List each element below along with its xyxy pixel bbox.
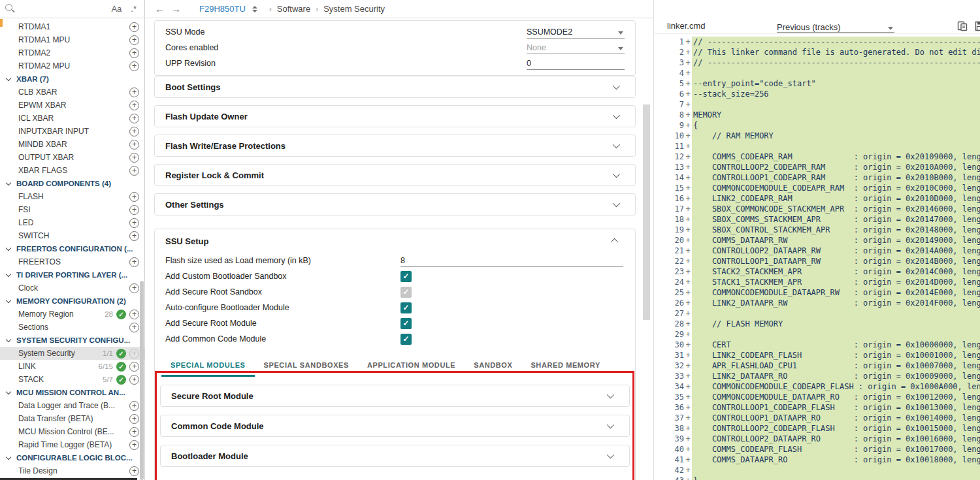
section-card[interactable]: Flash Write/Erase Protections: [154, 135, 636, 157]
add-instance-icon[interactable]: +: [129, 153, 139, 163]
breadcrumb-section[interactable]: Software: [277, 4, 310, 14]
add-instance-icon[interactable]: +: [129, 414, 139, 424]
config-scrollbar[interactable]: [643, 104, 650, 320]
tree-item[interactable]: Data Transfer (BETA)+: [0, 412, 144, 425]
regex-toggle[interactable]: .*: [131, 4, 137, 14]
tree-item[interactable]: LED+: [0, 216, 144, 229]
add-instance-icon[interactable]: +: [129, 218, 139, 228]
add-instance-icon[interactable]: +: [129, 440, 139, 450]
field-input[interactable]: 0: [527, 57, 625, 70]
add-instance-icon[interactable]: +: [129, 192, 139, 202]
tree-item[interactable]: FLASH+: [0, 190, 144, 203]
tree-item[interactable]: Tile Design+: [0, 464, 144, 477]
diff-mode-select[interactable]: Previous (tracks): [777, 20, 894, 33]
tree-item[interactable]: Rapid Time Logger (BETA)+: [0, 438, 144, 451]
add-instance-icon[interactable]: +: [129, 35, 139, 45]
tree-group[interactable]: CONFIGURABLE LOGIC BLOC...: [0, 451, 144, 464]
linker-file-content[interactable]: 1+// -----------------------------------…: [654, 37, 980, 480]
chevron-down-icon[interactable]: [613, 82, 620, 89]
tab-application-module[interactable]: APPLICATION MODULE: [358, 356, 465, 377]
tree-item[interactable]: RTDMA2+: [0, 46, 144, 59]
device-selector[interactable]: F29H850TU: [199, 4, 246, 14]
field-input[interactable]: 8: [400, 255, 623, 267]
tree-item[interactable]: Data Logger and Trace (B...+: [0, 399, 144, 412]
add-instance-icon[interactable]: +: [129, 257, 139, 267]
add-instance-icon[interactable]: +: [129, 166, 139, 176]
tree-group[interactable]: MCU MISSION CONTROL AN...: [0, 386, 144, 399]
tree-item[interactable]: RTDMA1+: [0, 20, 144, 33]
device-switch-icon[interactable]: [252, 6, 257, 12]
add-instance-icon[interactable]: +: [129, 310, 139, 319]
module-section-card[interactable]: Bootloader Module: [160, 445, 630, 467]
add-instance-icon[interactable]: +: [129, 61, 139, 71]
add-instance-icon[interactable]: +: [129, 362, 139, 372]
tree-item[interactable]: LINK6/15✓+: [0, 360, 144, 373]
tab-sandbox[interactable]: SANDBOX: [465, 356, 521, 377]
tree-item[interactable]: ICL XBAR+: [0, 112, 144, 125]
add-instance-icon[interactable]: +: [129, 140, 139, 150]
tree-item[interactable]: System Security1/1✓+: [0, 347, 144, 360]
tree-item[interactable]: MINDB XBAR+: [0, 138, 144, 151]
add-instance-icon[interactable]: +: [129, 401, 139, 411]
tree-item[interactable]: OUTPUT XBAR+: [0, 151, 144, 164]
tree-item[interactable]: STACK5/7✓+: [0, 373, 144, 386]
add-instance-icon[interactable]: +: [129, 101, 139, 110]
add-instance-icon[interactable]: +: [129, 283, 139, 293]
save-icon[interactable]: [975, 21, 980, 31]
tree-item[interactable]: SWITCH+: [0, 229, 144, 242]
tree-group[interactable]: TI DRIVER PORTING LAYER (...: [0, 268, 144, 281]
chevron-up-icon[interactable]: [611, 238, 618, 246]
tree-item[interactable]: EPWM XBAR+: [0, 99, 144, 112]
tree-item[interactable]: Sections+: [0, 321, 144, 334]
section-card[interactable]: Boot Settings: [154, 76, 636, 98]
tree-group[interactable]: BOARD COMPONENTS (4): [0, 177, 144, 190]
tree-item[interactable]: Clock+: [0, 281, 144, 295]
chevron-down-icon[interactable]: [613, 200, 620, 207]
add-instance-icon[interactable]: +: [129, 427, 139, 437]
add-instance-icon[interactable]: +: [129, 127, 139, 136]
chevron-down-icon[interactable]: [613, 112, 620, 119]
tab-special-sandboxes[interactable]: SPECIAL SANDBOXES: [255, 356, 358, 377]
module-section-card[interactable]: Common Code Module: [160, 415, 630, 437]
field-select[interactable]: None: [527, 42, 625, 54]
add-instance-icon[interactable]: +: [129, 375, 139, 385]
add-instance-icon[interactable]: +: [129, 114, 139, 123]
tree-group[interactable]: FREERTOS CONFIGURATION (...: [0, 242, 144, 255]
tree-group[interactable]: MEMORY CONFIGURATION (2): [0, 295, 144, 308]
search-icon[interactable]: [5, 4, 15, 14]
tab-shared-memory[interactable]: SHARED MEMORY: [521, 356, 609, 377]
add-instance-icon[interactable]: +: [129, 22, 139, 32]
chevron-down-icon[interactable]: [613, 141, 620, 148]
section-card[interactable]: Register Lock & Commit: [154, 164, 636, 186]
checkbox[interactable]: ✓: [400, 271, 412, 282]
checkbox[interactable]: ✓: [400, 302, 412, 313]
file-compare-icon[interactable]: [957, 21, 968, 31]
checkbox[interactable]: ✓: [400, 318, 412, 329]
tree-group[interactable]: XBAR (7): [0, 72, 144, 86]
tree-item[interactable]: RTDMA2 MPU+: [0, 59, 144, 72]
chevron-down-icon[interactable]: [607, 391, 614, 398]
add-instance-icon[interactable]: +: [129, 88, 139, 97]
tree-item[interactable]: CLB XBAR+: [0, 86, 144, 99]
module-section-card[interactable]: Secure Root Module: [160, 385, 630, 407]
tree-item[interactable]: FSI+: [0, 203, 144, 216]
checkbox[interactable]: ✓: [400, 334, 412, 345]
field-select[interactable]: SSUMODE2: [527, 26, 625, 39]
tab-special-modules[interactable]: SPECIAL MODULES: [161, 356, 255, 377]
ssu-setup-header[interactable]: SSU Setup: [155, 229, 635, 253]
tree-item[interactable]: XBAR FLAGS+: [0, 164, 144, 177]
section-card[interactable]: Flash Update Owner: [154, 105, 636, 127]
chevron-down-icon[interactable]: [607, 451, 614, 458]
chevron-down-icon[interactable]: [607, 421, 614, 428]
tree-item[interactable]: MCU Mission Control (BE...+: [0, 425, 144, 438]
tree-item[interactable]: FREERTOS+: [0, 255, 144, 268]
add-instance-icon[interactable]: +: [129, 323, 139, 332]
add-instance-icon[interactable]: +: [129, 231, 139, 241]
tree-item[interactable]: Memory Region28✓+: [0, 308, 144, 321]
sidebar-scrollbar[interactable]: [140, 281, 144, 480]
back-icon[interactable]: ←: [155, 3, 165, 14]
add-instance-icon[interactable]: +: [129, 205, 139, 215]
match-case-toggle[interactable]: Aa: [111, 4, 122, 14]
add-instance-icon[interactable]: +: [129, 48, 139, 58]
forward-icon[interactable]: →: [171, 3, 181, 14]
